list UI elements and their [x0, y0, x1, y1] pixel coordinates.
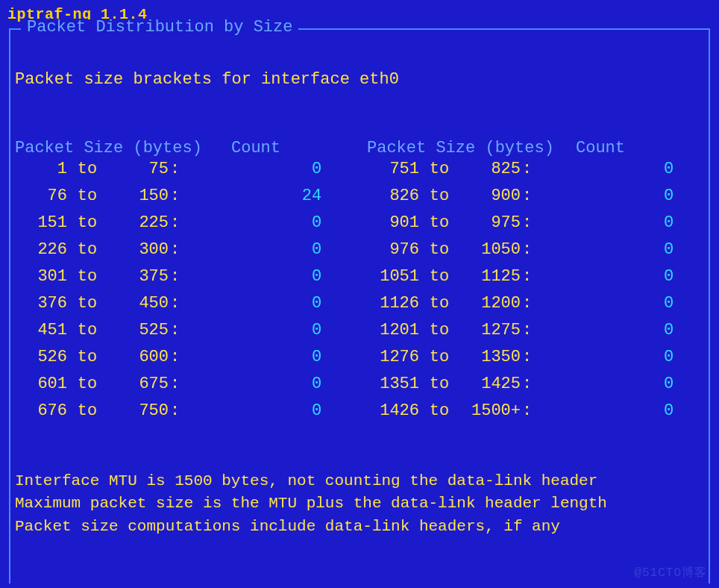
footer-line-3: Packet size computations include data-li… — [15, 516, 704, 538]
bracket-count: 0 — [180, 215, 321, 231]
to-word: to — [419, 269, 459, 285]
bracket-row: 1351to1425:0 — [367, 376, 688, 398]
bracket-range: 1351to1425: — [367, 376, 532, 392]
bracket-range: 901to975: — [367, 215, 532, 231]
bracket-from: 1201 — [367, 322, 419, 339]
colon: : — [169, 349, 180, 366]
colon: : — [521, 188, 532, 204]
panel-frame: Packet Distribution by Size Packet size … — [9, 28, 710, 584]
to-word: to — [67, 215, 107, 231]
to-word: to — [419, 295, 459, 312]
bracket-range: 451to525: — [15, 322, 180, 339]
bracket-row: 601to675:0 — [15, 376, 336, 398]
bracket-count: 0 — [532, 403, 674, 419]
bracket-range: 301to375: — [15, 269, 180, 285]
bracket-to: 525 — [107, 322, 169, 339]
colon: : — [169, 295, 180, 312]
bracket-from: 1126 — [367, 295, 419, 312]
bracket-row: 676to750:0 — [15, 403, 336, 425]
bracket-count: 0 — [532, 349, 674, 366]
bracket-from: 526 — [15, 349, 67, 366]
to-word: to — [419, 188, 459, 204]
bracket-count: 0 — [532, 295, 674, 312]
bracket-to: 1125 — [459, 269, 521, 285]
to-word: to — [419, 322, 459, 339]
bracket-count: 0 — [532, 215, 674, 231]
bracket-row: 751to825:0 — [367, 161, 688, 184]
brackets-col-right: 751to825:0826to900:0901to975:0976to1050:… — [367, 161, 688, 425]
col-header-size-left: Packet Size (bytes) — [15, 140, 231, 157]
bracket-row: 1276to1350:0 — [367, 349, 688, 372]
bracket-from: 976 — [367, 242, 419, 258]
colon: : — [521, 295, 532, 312]
bracket-count: 0 — [180, 376, 321, 392]
bracket-row: 1to75:0 — [15, 161, 336, 184]
bracket-count: 0 — [532, 376, 674, 392]
bracket-to: 675 — [107, 376, 169, 392]
bracket-range: 976to1050: — [367, 242, 532, 258]
bracket-count: 24 — [180, 188, 321, 204]
bracket-from: 151 — [15, 215, 67, 231]
bracket-from: 1426 — [367, 403, 419, 419]
to-word: to — [67, 188, 107, 204]
to-word: to — [419, 161, 459, 178]
bracket-to: 750 — [107, 403, 169, 419]
bracket-range: 376to450: — [15, 295, 180, 312]
brackets-col-left: 1to75:076to150:24151to225:0226to300:0301… — [15, 161, 336, 425]
bracket-range: 1276to1350: — [367, 349, 532, 366]
bracket-to: 1275 — [459, 322, 521, 339]
bracket-row: 826to900:0 — [367, 188, 688, 210]
bracket-row: 1126to1200:0 — [367, 295, 688, 318]
bracket-row: 976to1050:0 — [367, 242, 688, 264]
bracket-count: 0 — [180, 322, 321, 339]
colon: : — [521, 269, 532, 285]
colon: : — [169, 161, 180, 178]
col-header-count-right: Count — [576, 140, 673, 157]
bracket-from: 301 — [15, 269, 67, 285]
to-word: to — [67, 322, 107, 339]
footer-line-2: Maximum packet size is the MTU plus the … — [15, 492, 704, 515]
bracket-range: 226to300: — [15, 242, 180, 258]
bracket-to: 450 — [107, 295, 169, 312]
bracket-from: 376 — [15, 295, 67, 312]
bracket-range: 1201to1275: — [367, 322, 532, 339]
colon: : — [521, 215, 532, 231]
to-word: to — [67, 295, 107, 312]
bracket-range: 1426to1500+: — [367, 403, 532, 419]
bracket-from: 1351 — [367, 376, 419, 392]
bracket-range: 826to900: — [367, 188, 532, 204]
bracket-from: 1051 — [367, 269, 419, 285]
bracket-count: 0 — [532, 161, 674, 178]
bracket-count: 0 — [180, 242, 321, 258]
bracket-count: 0 — [180, 349, 321, 366]
bracket-to: 225 — [107, 215, 169, 231]
bracket-count: 0 — [180, 295, 321, 312]
bracket-to: 75 — [107, 161, 169, 178]
colon: : — [169, 403, 180, 419]
bracket-from: 1 — [15, 161, 67, 178]
bracket-to: 600 — [107, 349, 169, 366]
bracket-from: 76 — [15, 188, 67, 204]
bracket-from: 676 — [15, 403, 67, 419]
colon: : — [169, 215, 180, 231]
to-word: to — [419, 242, 459, 258]
watermark: @51CTO博客 — [634, 567, 707, 579]
colon: : — [169, 322, 180, 339]
bracket-range: 676to750: — [15, 403, 180, 419]
bracket-range: 751to825: — [367, 161, 532, 178]
colon: : — [521, 322, 532, 339]
bracket-count: 0 — [532, 188, 674, 204]
bracket-count: 0 — [180, 269, 321, 285]
bracket-row: 526to600:0 — [15, 349, 336, 372]
colon: : — [169, 269, 180, 285]
bracket-to: 150 — [107, 188, 169, 204]
bracket-row: 1201to1275:0 — [367, 322, 688, 345]
bracket-to: 300 — [107, 242, 169, 258]
bracket-row: 376to450:0 — [15, 295, 336, 318]
bracket-range: 151to225: — [15, 215, 180, 231]
panel-title: Packet Distribution by Size — [21, 19, 298, 36]
colon: : — [521, 349, 532, 366]
to-word: to — [419, 376, 459, 392]
colon: : — [169, 376, 180, 392]
bracket-range: 1to75: — [15, 161, 180, 178]
